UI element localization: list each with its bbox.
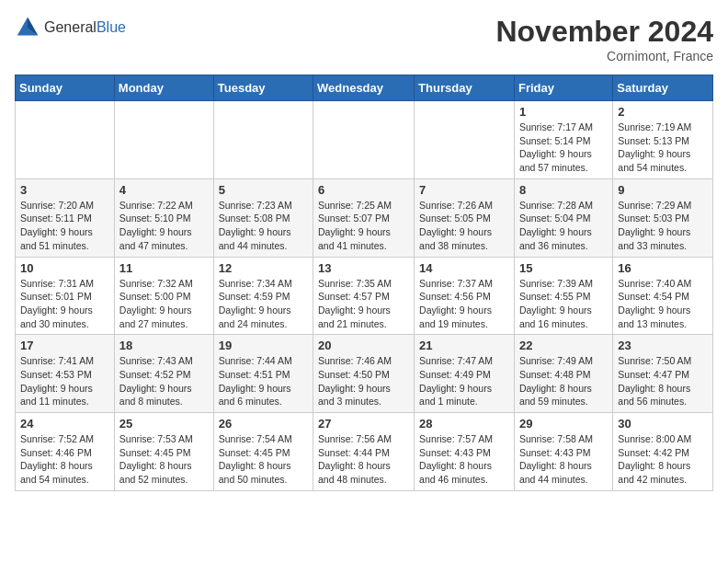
day-number: 15 — [519, 261, 608, 275]
logo-blue: Blue — [97, 19, 126, 35]
day-number: 28 — [419, 417, 509, 431]
calendar-body: 1Sunrise: 7:17 AM Sunset: 5:14 PM Daylig… — [16, 101, 713, 491]
calendar-cell: 2Sunrise: 7:19 AM Sunset: 5:13 PM Daylig… — [613, 101, 713, 179]
day-info: Sunrise: 7:56 AM Sunset: 4:44 PM Dayligh… — [318, 432, 409, 487]
day-info: Sunrise: 7:26 AM Sunset: 5:05 PM Dayligh… — [419, 199, 509, 253]
calendar-cell — [313, 101, 415, 179]
day-info: Sunrise: 7:34 AM Sunset: 4:59 PM Dayligh… — [219, 277, 308, 331]
day-info: Sunrise: 7:43 AM Sunset: 4:52 PM Dayligh… — [119, 354, 209, 408]
day-number: 21 — [419, 339, 509, 352]
header-friday: Friday — [514, 75, 612, 101]
day-number: 22 — [519, 339, 608, 352]
day-number: 13 — [318, 261, 409, 275]
day-info: Sunrise: 7:52 AM Sunset: 4:46 PM Dayligh… — [20, 432, 109, 487]
day-number: 3 — [20, 183, 109, 197]
logo-icon — [15, 15, 40, 40]
header: GeneralBlue November 2024 Cornimont, Fra… — [15, 15, 713, 63]
calendar-cell: 1Sunrise: 7:17 AM Sunset: 5:14 PM Daylig… — [514, 101, 612, 179]
calendar-cell: 9Sunrise: 7:29 AM Sunset: 5:03 PM Daylig… — [613, 178, 713, 257]
day-info: Sunrise: 7:44 AM Sunset: 4:51 PM Dayligh… — [219, 354, 308, 408]
day-number: 7 — [419, 183, 509, 197]
day-info: Sunrise: 7:49 AM Sunset: 4:48 PM Dayligh… — [519, 354, 608, 408]
calendar-cell: 18Sunrise: 7:43 AM Sunset: 4:52 PM Dayli… — [114, 335, 213, 413]
header-wednesday: Wednesday — [313, 75, 415, 101]
day-info: Sunrise: 7:29 AM Sunset: 5:03 PM Dayligh… — [618, 199, 708, 253]
calendar-cell — [213, 101, 313, 179]
day-number: 19 — [219, 339, 308, 352]
calendar-week-0: 1Sunrise: 7:17 AM Sunset: 5:14 PM Daylig… — [16, 101, 713, 179]
day-info: Sunrise: 7:23 AM Sunset: 5:08 PM Dayligh… — [219, 199, 308, 253]
calendar-cell: 19Sunrise: 7:44 AM Sunset: 4:51 PM Dayli… — [213, 335, 313, 413]
calendar-cell: 29Sunrise: 7:58 AM Sunset: 4:43 PM Dayli… — [514, 413, 612, 491]
day-info: Sunrise: 7:41 AM Sunset: 4:53 PM Dayligh… — [20, 354, 109, 408]
day-number: 14 — [419, 261, 509, 275]
calendar-cell: 30Sunrise: 8:00 AM Sunset: 4:42 PM Dayli… — [613, 413, 713, 491]
calendar-cell: 7Sunrise: 7:26 AM Sunset: 5:05 PM Daylig… — [415, 178, 515, 257]
calendar-cell: 6Sunrise: 7:25 AM Sunset: 5:07 PM Daylig… — [313, 178, 415, 257]
day-info: Sunrise: 7:28 AM Sunset: 5:04 PM Dayligh… — [519, 199, 608, 253]
calendar-cell — [415, 101, 515, 179]
header-row: Sunday Monday Tuesday Wednesday Thursday… — [16, 75, 713, 101]
calendar-cell: 28Sunrise: 7:57 AM Sunset: 4:43 PM Dayli… — [415, 413, 515, 491]
calendar-cell — [114, 101, 213, 179]
logo-general: General — [44, 19, 97, 35]
day-info: Sunrise: 7:57 AM Sunset: 4:43 PM Dayligh… — [419, 432, 509, 487]
calendar-cell: 15Sunrise: 7:39 AM Sunset: 4:55 PM Dayli… — [514, 257, 612, 335]
header-thursday: Thursday — [415, 75, 515, 101]
day-info: Sunrise: 7:54 AM Sunset: 4:45 PM Dayligh… — [219, 432, 308, 487]
day-info: Sunrise: 7:58 AM Sunset: 4:43 PM Dayligh… — [519, 432, 608, 487]
day-number: 26 — [219, 417, 308, 431]
day-info: Sunrise: 7:39 AM Sunset: 4:55 PM Dayligh… — [519, 277, 608, 331]
day-info: Sunrise: 7:31 AM Sunset: 5:01 PM Dayligh… — [20, 277, 109, 331]
day-number: 25 — [119, 417, 209, 431]
calendar-table: Sunday Monday Tuesday Wednesday Thursday… — [15, 75, 713, 491]
day-number: 5 — [219, 183, 308, 197]
calendar-cell: 4Sunrise: 7:22 AM Sunset: 5:10 PM Daylig… — [114, 178, 213, 257]
calendar-cell: 24Sunrise: 7:52 AM Sunset: 4:46 PM Dayli… — [16, 413, 115, 491]
calendar-cell: 8Sunrise: 7:28 AM Sunset: 5:04 PM Daylig… — [514, 178, 612, 257]
calendar-cell: 16Sunrise: 7:40 AM Sunset: 4:54 PM Dayli… — [613, 257, 713, 335]
day-info: Sunrise: 7:20 AM Sunset: 5:11 PM Dayligh… — [20, 199, 109, 253]
header-monday: Monday — [114, 75, 213, 101]
day-number: 17 — [20, 339, 109, 352]
calendar-cell: 3Sunrise: 7:20 AM Sunset: 5:11 PM Daylig… — [16, 178, 115, 257]
calendar-cell: 5Sunrise: 7:23 AM Sunset: 5:08 PM Daylig… — [213, 178, 313, 257]
day-info: Sunrise: 8:00 AM Sunset: 4:42 PM Dayligh… — [618, 432, 708, 487]
day-number: 9 — [618, 183, 708, 197]
day-info: Sunrise: 7:37 AM Sunset: 4:56 PM Dayligh… — [419, 277, 509, 331]
day-number: 6 — [318, 183, 409, 197]
day-info: Sunrise: 7:47 AM Sunset: 4:49 PM Dayligh… — [419, 354, 509, 408]
day-number: 10 — [20, 261, 109, 275]
calendar-cell: 27Sunrise: 7:56 AM Sunset: 4:44 PM Dayli… — [313, 413, 415, 491]
day-info: Sunrise: 7:22 AM Sunset: 5:10 PM Dayligh… — [119, 199, 209, 253]
location: Cornimont, France — [495, 49, 713, 63]
calendar-cell: 10Sunrise: 7:31 AM Sunset: 5:01 PM Dayli… — [16, 257, 115, 335]
header-tuesday: Tuesday — [213, 75, 313, 101]
day-number: 30 — [618, 417, 708, 431]
day-number: 2 — [618, 105, 708, 119]
day-number: 8 — [519, 183, 608, 197]
header-saturday: Saturday — [613, 75, 713, 101]
calendar-header: Sunday Monday Tuesday Wednesday Thursday… — [16, 75, 713, 101]
calendar-cell: 11Sunrise: 7:32 AM Sunset: 5:00 PM Dayli… — [114, 257, 213, 335]
title-area: November 2024 Cornimont, France — [495, 15, 713, 63]
day-info: Sunrise: 7:25 AM Sunset: 5:07 PM Dayligh… — [318, 199, 409, 253]
calendar-cell: 17Sunrise: 7:41 AM Sunset: 4:53 PM Dayli… — [16, 335, 115, 413]
day-number: 23 — [618, 339, 708, 352]
calendar-cell: 22Sunrise: 7:49 AM Sunset: 4:48 PM Dayli… — [514, 335, 612, 413]
day-number: 16 — [618, 261, 708, 275]
calendar-cell: 21Sunrise: 7:47 AM Sunset: 4:49 PM Dayli… — [415, 335, 515, 413]
day-info: Sunrise: 7:50 AM Sunset: 4:47 PM Dayligh… — [618, 354, 708, 408]
day-info: Sunrise: 7:40 AM Sunset: 4:54 PM Dayligh… — [618, 277, 708, 331]
month-title: November 2024 — [495, 15, 713, 49]
calendar-week-4: 24Sunrise: 7:52 AM Sunset: 4:46 PM Dayli… — [16, 413, 713, 491]
calendar-week-2: 10Sunrise: 7:31 AM Sunset: 5:01 PM Dayli… — [16, 257, 713, 335]
logo: GeneralBlue — [15, 15, 126, 40]
day-info: Sunrise: 7:53 AM Sunset: 4:45 PM Dayligh… — [119, 432, 209, 487]
day-number: 27 — [318, 417, 409, 431]
calendar-week-3: 17Sunrise: 7:41 AM Sunset: 4:53 PM Dayli… — [16, 335, 713, 413]
calendar-cell: 26Sunrise: 7:54 AM Sunset: 4:45 PM Dayli… — [213, 413, 313, 491]
day-number: 18 — [119, 339, 209, 352]
day-info: Sunrise: 7:46 AM Sunset: 4:50 PM Dayligh… — [318, 354, 409, 408]
day-number: 20 — [318, 339, 409, 352]
